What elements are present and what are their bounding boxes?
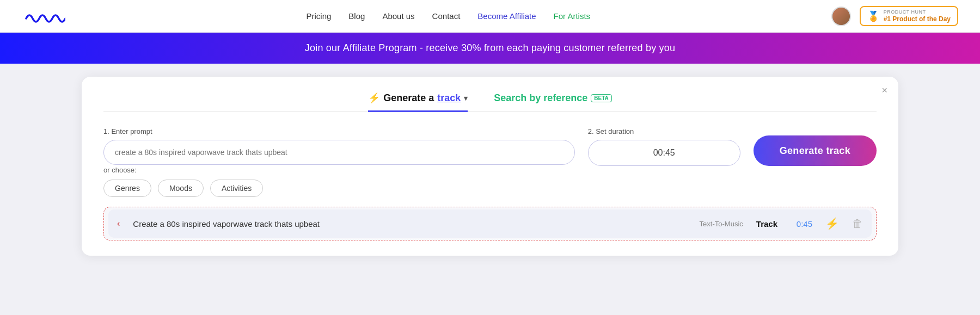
generate-button[interactable]: Generate track	[754, 135, 877, 166]
ph-title: #1 Product of the Day	[884, 15, 951, 23]
banner-text: Join our Affiliate Program - receive 30%…	[305, 42, 675, 53]
tab-search[interactable]: Search by reference BETA	[494, 92, 612, 112]
prompt-group: 1. Enter prompt	[103, 127, 575, 165]
prompt-input[interactable]	[103, 140, 575, 165]
ph-text: PRODUCT HUNT #1 Product of the Day	[884, 9, 951, 23]
tab-dropdown-icon[interactable]: ▾	[464, 94, 468, 102]
track-type-badge: Text-To-Music	[700, 220, 743, 228]
track-collapse-icon[interactable]: ‹	[117, 219, 120, 228]
track-label: Track	[756, 219, 777, 228]
tab-generate[interactable]: ⚡ Generate a track ▾	[368, 92, 468, 112]
tab-search-label: Search by reference	[494, 92, 587, 104]
ph-label: PRODUCT HUNT	[884, 9, 951, 15]
duration-group: 2. Set duration	[588, 127, 740, 166]
or-choose-label: or choose:	[103, 166, 877, 174]
chip-genres[interactable]: Genres	[103, 180, 151, 197]
product-hunt-badge[interactable]: 🏅 PRODUCT HUNT #1 Product of the Day	[860, 6, 958, 26]
track-row-container: ‹ Create a 80s inspired vaporwave track …	[103, 207, 877, 240]
chips-row: Genres Moods Activities	[103, 180, 877, 197]
navbar: Pricing Blog About us Contact Become Aff…	[0, 0, 980, 33]
avatar[interactable]	[831, 7, 851, 26]
chip-activities[interactable]: Activities	[210, 180, 263, 197]
nav-artists[interactable]: For Artists	[554, 11, 591, 21]
track-delete-icon[interactable]: 🗑	[852, 218, 863, 230]
chip-moods[interactable]: Moods	[158, 180, 204, 197]
tab-generate-track: track	[437, 92, 461, 104]
track-duration: 0:45	[791, 219, 812, 228]
nav-contact[interactable]: Contact	[432, 11, 461, 21]
form-and-button: 1. Enter prompt 2. Set duration Generate…	[103, 127, 877, 166]
nav-links: Pricing Blog About us Contact Become Aff…	[307, 11, 591, 21]
tab-generate-prefix: Generate a	[383, 92, 434, 104]
affiliate-banner[interactable]: Join our Affiliate Program - receive 30%…	[0, 33, 980, 64]
duration-input[interactable]	[588, 140, 740, 166]
nav-pricing[interactable]: Pricing	[307, 11, 332, 21]
lightning-tab-icon: ⚡	[368, 92, 380, 104]
nav-right: 🏅 PRODUCT HUNT #1 Product of the Day	[831, 6, 958, 26]
beta-badge: BETA	[591, 94, 611, 102]
duration-label: 2. Set duration	[588, 127, 740, 135]
nav-about[interactable]: About us	[382, 11, 414, 21]
track-title: Create a 80s inspired vaporwave track th…	[133, 219, 686, 228]
track-row: ‹ Create a 80s inspired vaporwave track …	[108, 209, 872, 238]
form-inputs-area: 1. Enter prompt 2. Set duration	[103, 127, 740, 166]
main-card: × ⚡ Generate a track ▾ Search by referen…	[82, 77, 898, 256]
prompt-label: 1. Enter prompt	[103, 127, 575, 135]
tab-bar: ⚡ Generate a track ▾ Search by reference…	[103, 92, 877, 112]
logo[interactable]	[22, 7, 65, 26]
trophy-icon: 🏅	[867, 10, 879, 22]
nav-blog[interactable]: Blog	[348, 11, 365, 21]
main-content: × ⚡ Generate a track ▾ Search by referen…	[0, 64, 980, 269]
close-button[interactable]: ×	[881, 85, 887, 95]
track-lightning-icon[interactable]: ⚡	[825, 217, 839, 230]
nav-affiliate[interactable]: Become Affiliate	[477, 11, 536, 21]
